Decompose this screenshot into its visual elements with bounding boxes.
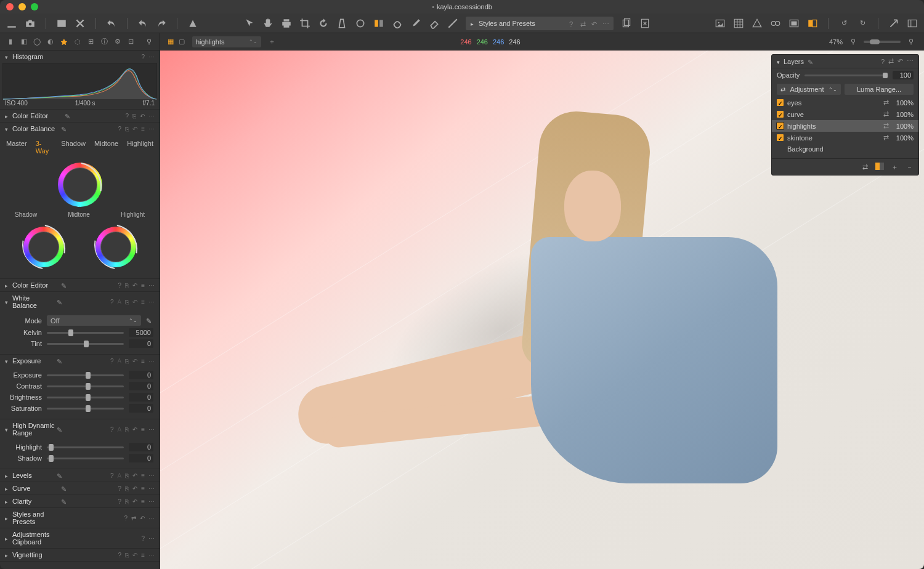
print-tool-icon[interactable] [281,18,292,29]
preset-icon[interactable]: ≡ [141,299,145,305]
param-value[interactable]: 0 [129,371,153,379]
layer-visibility-checkbox[interactable] [777,111,784,118]
rotate-tool-icon[interactable] [318,18,329,29]
param-value[interactable]: 0 [129,443,153,451]
library-tab-icon[interactable]: ▮ [6,38,15,46]
more-icon[interactable]: ⋯ [148,299,155,305]
param-slider[interactable] [47,446,124,448]
annotate-icon[interactable] [187,18,198,29]
exposure-header[interactable]: Exposure ✎ ?A⎘↶≡⋯ [0,355,160,367]
maximize-button[interactable] [31,3,38,10]
mask-view-icon[interactable] [875,163,884,170]
more-icon[interactable]: ⋯ [148,426,155,433]
export-icon[interactable] [696,18,707,29]
help-icon[interactable]: ? [141,54,145,60]
tab-3way[interactable]: 3-Way [36,140,53,155]
layer-visibility-checkbox[interactable] [777,134,784,141]
more-icon[interactable]: ⋯ [148,282,155,289]
opacity-value[interactable]: 100 [893,71,914,79]
layer-visibility-checkbox[interactable] [777,123,784,129]
lens-tab-icon[interactable]: ◯ [33,38,41,46]
brush-icon[interactable]: ✎ [57,299,63,305]
spot-tool-icon[interactable] [355,18,366,29]
cursor-tool-icon[interactable] [244,18,255,29]
grid-icon[interactable] [733,18,744,29]
param-value[interactable]: 0 [129,393,153,402]
zoom-loupe-icon[interactable]: ⚲ [849,38,857,46]
more-icon[interactable]: ⋯ [602,20,609,26]
help-icon[interactable]: ? [881,58,885,65]
auto-icon[interactable]: A [118,426,122,433]
preset-icon[interactable]: ≡ [141,282,145,289]
clarity-header[interactable]: Clarity✎?⎘↶≡⋯ [0,495,160,507]
grid-view-icon[interactable]: ▦ [166,38,175,46]
metadata-tab-icon[interactable]: ⓘ [100,38,108,46]
layer-visibility-checkbox[interactable] [777,99,784,106]
before-after-icon[interactable] [807,18,818,29]
output-tab-icon[interactable]: ⚙ [113,38,122,46]
help-icon[interactable]: ? [110,426,114,433]
histogram-header[interactable]: Histogram ?⋯ [0,50,160,63]
param-slider[interactable] [47,408,124,410]
help-icon[interactable]: ? [110,299,114,305]
import-icon[interactable] [6,18,17,29]
help-icon[interactable]: ? [110,472,114,479]
reset-icon[interactable]: ↶ [898,57,903,65]
layer-item[interactable]: skintone⇄100% [772,132,918,143]
levels-header[interactable]: Levels✎?A⎘↶≡⋯ [0,469,160,482]
focus-mask-icon[interactable] [770,18,781,29]
add-layer-icon[interactable]: ＋ [890,163,899,171]
redo-icon[interactable] [156,18,167,29]
layer-adjust-icon[interactable]: ⇄ [883,122,889,130]
adjust-tab-icon[interactable]: ⊞ [86,38,95,46]
preset-icon[interactable]: ≡ [141,426,145,433]
layer-item[interactable]: eyes⇄100% [772,97,918,108]
layer-type-select[interactable]: ⇄Adjustment⌃⌄ [777,84,841,95]
help-icon[interactable]: ? [118,282,122,289]
tab-midtone[interactable]: Midtone [94,140,118,155]
copy-icon[interactable]: ⎘ [125,426,129,433]
preset-icon[interactable]: ≡ [141,126,145,132]
draw-mask-icon[interactable] [392,18,403,29]
paste-adjust-icon[interactable] [639,18,650,29]
reset-icon[interactable]: ↶ [140,113,145,119]
param-slider[interactable] [47,374,124,376]
wb-tint-value[interactable]: 0 [129,339,153,348]
mask-options-icon[interactable]: ⇄ [861,163,869,171]
preset-icon[interactable]: ≡ [141,358,145,365]
capture-tab-icon[interactable]: ◧ [20,38,28,46]
more-icon[interactable]: ⋯ [148,113,155,119]
styles-presets-bar[interactable]: Styles and Presets ? ⇄ ↶ ⋯ [466,17,614,30]
exposure-tab-icon[interactable] [60,38,68,46]
more-icon[interactable]: ⋯ [148,126,155,132]
adjustments-clipboard-header[interactable]: Adjustments Clipboard?⋯ [0,528,160,548]
param-value[interactable]: 0 [129,382,153,390]
help-icon[interactable]: ? [569,20,575,26]
layers-header[interactable]: Layers ✎ ? ⇄ ↶ ⋯ [772,55,918,68]
color-balance-header[interactable]: Color Balance ✎ ?⎘↶≡⋯ [0,123,160,135]
brush-icon[interactable]: ✎ [61,282,67,288]
reset-icon[interactable]: ↶ [132,426,137,433]
layer-dropdown[interactable]: highlights ⌃⌄ [192,36,261,47]
luma-range-button[interactable]: Luma Range... [845,84,914,95]
camera-icon[interactable] [25,18,36,29]
layer-adjust-icon[interactable]: ⇄ [883,134,889,142]
wb-tint-slider[interactable] [47,343,124,345]
param-slider[interactable] [47,385,124,387]
tab-highlight[interactable]: Highlight [127,140,153,155]
white-balance-header[interactable]: White Balance ✎ ?A⎘↶≡⋯ [0,292,160,312]
brush-icon[interactable]: ✎ [808,59,814,65]
hdr-header[interactable]: High Dynamic Range ✎ ?A⎘↶≡⋯ [0,419,160,439]
reset-icon[interactable]: ↶ [132,299,137,305]
copy-icon[interactable]: ⎘ [125,126,129,132]
search-tool-icon[interactable]: ⚲ [145,38,153,46]
reset-icon[interactable]: ↶ [132,358,137,365]
hand-tool-icon[interactable] [262,18,274,29]
undo-icon[interactable] [106,18,117,29]
curve-header[interactable]: Curve✎?⎘↶≡⋯ [0,482,160,494]
cull-icon[interactable] [56,18,67,29]
close-button[interactable] [6,3,14,10]
wb-mode-select[interactable]: Off⌃⌄ [47,315,141,326]
more-icon[interactable]: ⋯ [148,358,155,365]
compare-tool-icon[interactable] [373,18,384,29]
